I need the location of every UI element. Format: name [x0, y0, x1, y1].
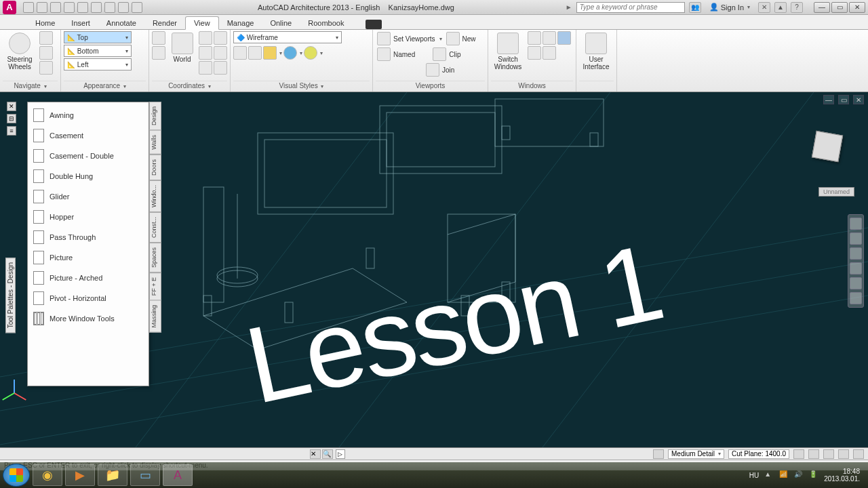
qat-new-icon[interactable] [23, 2, 34, 13]
arrange-icon[interactable] [528, 46, 541, 60]
side-tab-massing[interactable]: Massing [149, 300, 161, 333]
visual-style-combo[interactable]: 🔷 Wireframe▾ [233, 31, 342, 43]
qat-dropdown-icon[interactable] [132, 2, 142, 13]
user-interface-button[interactable]: User Interface [579, 31, 613, 72]
view-label[interactable]: Unnamed [818, 187, 854, 197]
view-cube[interactable] [807, 126, 848, 167]
qat-redo-icon[interactable] [91, 2, 102, 13]
side-tab-spaces[interactable]: Spaces [149, 243, 161, 272]
maximize-button[interactable]: ▭ [831, 2, 848, 13]
infocenter-icon[interactable]: 👥 [689, 2, 701, 13]
help-icon[interactable]: ? [791, 2, 803, 13]
nav-showmotion-icon[interactable] [850, 277, 862, 289]
ucs-3p-icon[interactable] [214, 46, 227, 60]
language-indicator[interactable]: HU [749, 472, 759, 479]
side-tab-windows[interactable]: Windo... [149, 180, 161, 212]
tab-render[interactable]: Render [144, 17, 185, 29]
side-tab-ffe[interactable]: FF + E [149, 272, 161, 300]
vs-icon-5[interactable] [304, 46, 317, 60]
ucs-icon-2[interactable] [152, 46, 165, 60]
tab-insert[interactable]: Insert [63, 17, 98, 29]
status-icon-1[interactable] [793, 449, 804, 459]
panel-coordinates-label[interactable]: Coordinates ▾ [152, 81, 227, 90]
named-viewports-button[interactable]: Named [376, 47, 416, 62]
a360-icon[interactable]: ▲ [774, 2, 787, 13]
palette-title[interactable]: Tool Palettes - Design [5, 258, 16, 333]
task-autocad[interactable]: A [163, 464, 193, 486]
palette-item-casement[interactable]: Casement [28, 125, 149, 146]
task-app2[interactable]: ▭ [130, 464, 160, 486]
panel-visual-styles-label[interactable]: Visual Styles ▾ [233, 81, 370, 90]
cmd-close-icon[interactable]: ✕ [310, 449, 321, 459]
palette-autohide-button[interactable]: ⊟ [7, 114, 16, 123]
cut-plane-field[interactable]: Cut Plane: 1400.0 [728, 449, 789, 459]
qat-extra1-icon[interactable] [104, 2, 115, 13]
side-tab-doors[interactable]: Doors [149, 155, 161, 180]
qat-save-icon[interactable] [50, 2, 61, 13]
signin-button[interactable]: 👤 Sign In ▾ [705, 3, 754, 12]
ucs-obj-icon[interactable] [199, 61, 212, 75]
switch-windows-button[interactable]: Switch Windows [491, 31, 525, 72]
ucs-y-icon[interactable] [214, 31, 227, 45]
side-tab-const[interactable]: Const... [149, 212, 161, 243]
new-viewport-button[interactable]: New [445, 31, 477, 46]
qat-undo-icon[interactable] [77, 2, 88, 13]
tab-view[interactable]: View [185, 16, 219, 30]
side-tab-design[interactable]: Design [149, 102, 161, 130]
palette-item-pass-through[interactable]: Pass Through [28, 227, 149, 247]
zoom-extents-icon[interactable] [39, 61, 53, 75]
tab-roombook[interactable]: Roombook [300, 17, 352, 29]
palette-item-awning[interactable]: Awning [28, 105, 149, 125]
ucs-z-icon[interactable] [199, 46, 212, 60]
tab-home[interactable]: Home [27, 17, 63, 29]
nav-pan-icon[interactable] [850, 232, 862, 245]
win-icon2[interactable] [542, 46, 556, 60]
palette-item-picture-arched[interactable]: Picture - Arched [28, 268, 149, 288]
vs-icon-4[interactable] [283, 46, 297, 60]
tray-flag-icon[interactable]: ▲ [764, 470, 774, 480]
steering-wheels-button[interactable]: Steering Wheels [3, 31, 37, 72]
cascade-icon[interactable] [557, 31, 571, 45]
status-icon-5[interactable] [853, 449, 864, 459]
palette-props-button[interactable]: ≡ [7, 126, 16, 136]
tray-volume-icon[interactable]: 🔊 [794, 470, 804, 480]
cmd-search-icon[interactable]: 🔍 [322, 449, 333, 459]
view-left-combo[interactable]: 📐 Left▾ [64, 58, 132, 70]
nav-extra-icon[interactable] [850, 292, 862, 304]
task-explorer[interactable]: 📁 [98, 464, 127, 486]
task-media[interactable]: ▶ [65, 464, 95, 486]
vs-icon-3[interactable] [263, 46, 277, 60]
status-tool-icon[interactable] [653, 449, 664, 459]
status-icon-3[interactable] [823, 449, 834, 459]
vs-icon-1[interactable] [233, 46, 247, 60]
nav-orbit-icon[interactable] [850, 262, 862, 274]
palette-item-hopper[interactable]: Hopper [28, 207, 149, 227]
view-top-combo[interactable]: 📐 Top▾ [64, 31, 132, 43]
tray-battery-icon[interactable]: 🔋 [809, 470, 818, 480]
pan-icon[interactable] [39, 31, 53, 45]
palette-item-glider[interactable]: Glider [28, 186, 149, 207]
close-button[interactable]: ✕ [849, 2, 865, 13]
palette-item-more-tools[interactable]: More Window Tools [28, 308, 149, 329]
qat-print-icon[interactable] [64, 2, 75, 13]
tab-manage[interactable]: Manage [219, 17, 262, 29]
status-icon-2[interactable] [808, 449, 819, 459]
vp-close-button[interactable]: ✕ [853, 95, 864, 104]
exchange-icon[interactable]: ✕ [758, 2, 770, 13]
task-chrome[interactable]: ◉ [33, 464, 62, 486]
world-ucs-button[interactable]: World [168, 31, 196, 64]
panel-appearance-label[interactable]: Appearance ▾ [64, 81, 146, 90]
command-prompt-icon[interactable]: ▷ [336, 449, 345, 459]
tab-annotate[interactable]: Annotate [98, 17, 144, 29]
tile-h-icon[interactable] [528, 31, 541, 45]
qat-open-icon[interactable] [37, 2, 47, 13]
set-viewports-button[interactable]: Set Viewports▾ [376, 31, 443, 46]
orbit-icon[interactable] [39, 46, 53, 60]
clip-viewport-button[interactable]: Clip [431, 47, 462, 62]
ribbon-extra-icon[interactable] [366, 20, 382, 29]
palette-item-picture[interactable]: Picture [28, 247, 149, 268]
tab-online[interactable]: Online [262, 17, 300, 29]
ucs-icon-1[interactable] [152, 31, 165, 45]
view-bottom-combo[interactable]: 📐 Bottom▾ [64, 45, 132, 57]
vp-minimize-button[interactable]: — [823, 95, 834, 104]
